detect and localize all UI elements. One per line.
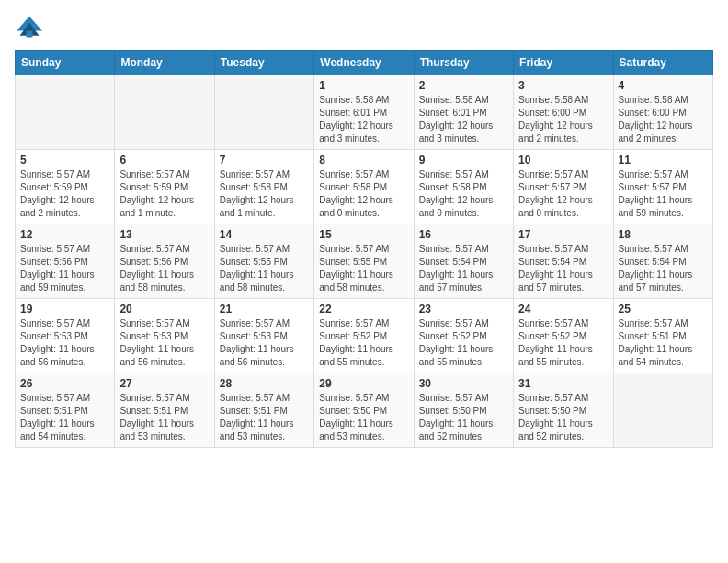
day-info: Sunrise: 5:57 AMSunset: 5:53 PMDaylight:… bbox=[119, 317, 209, 369]
calendar-cell: 17Sunrise: 5:57 AMSunset: 5:54 PMDayligh… bbox=[514, 224, 613, 299]
calendar-cell: 10Sunrise: 5:57 AMSunset: 5:57 PMDayligh… bbox=[514, 150, 613, 224]
calendar-cell: 24Sunrise: 5:57 AMSunset: 5:52 PMDayligh… bbox=[514, 299, 613, 373]
day-info: Sunrise: 5:57 AMSunset: 5:55 PMDaylight:… bbox=[319, 243, 408, 294]
day-number: 25 bbox=[619, 303, 708, 316]
calendar-week-row: 5Sunrise: 5:57 AMSunset: 5:59 PMDaylight… bbox=[16, 150, 713, 224]
day-number: 13 bbox=[119, 228, 209, 241]
calendar-cell: 16Sunrise: 5:57 AMSunset: 5:54 PMDayligh… bbox=[414, 224, 513, 299]
calendar-cell: 25Sunrise: 5:57 AMSunset: 5:51 PMDayligh… bbox=[613, 299, 712, 373]
calendar-cell: 27Sunrise: 5:57 AMSunset: 5:51 PMDayligh… bbox=[115, 373, 214, 448]
day-number: 29 bbox=[319, 377, 408, 390]
calendar-cell: 3Sunrise: 5:58 AMSunset: 6:00 PMDaylight… bbox=[514, 75, 613, 150]
calendar-cell bbox=[613, 373, 712, 448]
day-number: 15 bbox=[319, 228, 408, 241]
calendar-cell: 4Sunrise: 5:58 AMSunset: 6:00 PMDaylight… bbox=[613, 75, 712, 150]
calendar-cell bbox=[16, 75, 115, 150]
day-info: Sunrise: 5:58 AMSunset: 6:00 PMDaylight:… bbox=[518, 94, 608, 145]
day-number: 1 bbox=[319, 79, 408, 92]
calendar-cell bbox=[115, 75, 214, 150]
day-number: 6 bbox=[119, 154, 209, 167]
calendar-cell: 6Sunrise: 5:57 AMSunset: 5:59 PMDaylight… bbox=[115, 150, 214, 224]
calendar-cell: 22Sunrise: 5:57 AMSunset: 5:52 PMDayligh… bbox=[314, 299, 414, 373]
day-info: Sunrise: 5:57 AMSunset: 5:51 PMDaylight:… bbox=[619, 317, 708, 369]
day-number: 9 bbox=[419, 154, 508, 167]
day-number: 7 bbox=[220, 154, 309, 167]
day-number: 8 bbox=[319, 154, 408, 167]
logo bbox=[15, 15, 48, 40]
day-info: Sunrise: 5:57 AMSunset: 5:54 PMDaylight:… bbox=[518, 243, 608, 294]
day-info: Sunrise: 5:57 AMSunset: 5:59 PMDaylight:… bbox=[20, 168, 109, 220]
day-info: Sunrise: 5:58 AMSunset: 6:00 PMDaylight:… bbox=[619, 94, 708, 145]
day-info: Sunrise: 5:57 AMSunset: 5:57 PMDaylight:… bbox=[619, 168, 708, 220]
day-number: 10 bbox=[518, 154, 608, 167]
day-info: Sunrise: 5:58 AMSunset: 6:01 PMDaylight:… bbox=[319, 94, 408, 145]
day-info: Sunrise: 5:57 AMSunset: 5:51 PMDaylight:… bbox=[119, 392, 209, 443]
day-info: Sunrise: 5:57 AMSunset: 5:54 PMDaylight:… bbox=[619, 243, 708, 294]
day-info: Sunrise: 5:57 AMSunset: 5:53 PMDaylight:… bbox=[220, 317, 309, 369]
day-number: 26 bbox=[20, 377, 109, 390]
weekday-header-row: SundayMondayTuesdayWednesdayThursdayFrid… bbox=[16, 51, 713, 75]
calendar-cell: 2Sunrise: 5:58 AMSunset: 6:01 PMDaylight… bbox=[414, 75, 513, 150]
calendar-cell: 31Sunrise: 5:57 AMSunset: 5:50 PMDayligh… bbox=[514, 373, 613, 448]
svg-rect-2 bbox=[27, 31, 33, 38]
day-info: Sunrise: 5:57 AMSunset: 5:52 PMDaylight:… bbox=[419, 317, 508, 369]
calendar-cell: 18Sunrise: 5:57 AMSunset: 5:54 PMDayligh… bbox=[613, 224, 712, 299]
logo-icon bbox=[15, 15, 44, 40]
day-number: 30 bbox=[419, 377, 508, 390]
weekday-header-friday: Friday bbox=[514, 51, 613, 75]
calendar-cell: 7Sunrise: 5:57 AMSunset: 5:58 PMDaylight… bbox=[214, 150, 313, 224]
calendar-cell bbox=[214, 75, 313, 150]
calendar-cell: 23Sunrise: 5:57 AMSunset: 5:52 PMDayligh… bbox=[414, 299, 513, 373]
calendar-week-row: 1Sunrise: 5:58 AMSunset: 6:01 PMDaylight… bbox=[16, 75, 713, 150]
day-number: 22 bbox=[319, 303, 408, 316]
day-info: Sunrise: 5:57 AMSunset: 5:50 PMDaylight:… bbox=[518, 392, 608, 443]
calendar-cell: 28Sunrise: 5:57 AMSunset: 5:51 PMDayligh… bbox=[214, 373, 313, 448]
day-info: Sunrise: 5:57 AMSunset: 5:54 PMDaylight:… bbox=[419, 243, 508, 294]
day-number: 3 bbox=[518, 79, 608, 92]
weekday-header-monday: Monday bbox=[115, 51, 214, 75]
day-info: Sunrise: 5:57 AMSunset: 5:58 PMDaylight:… bbox=[220, 168, 309, 220]
day-info: Sunrise: 5:57 AMSunset: 5:52 PMDaylight:… bbox=[518, 317, 608, 369]
day-number: 4 bbox=[619, 79, 708, 92]
day-info: Sunrise: 5:57 AMSunset: 5:59 PMDaylight:… bbox=[119, 168, 209, 220]
calendar-cell: 11Sunrise: 5:57 AMSunset: 5:57 PMDayligh… bbox=[613, 150, 712, 224]
calendar-week-row: 12Sunrise: 5:57 AMSunset: 5:56 PMDayligh… bbox=[16, 224, 713, 299]
day-info: Sunrise: 5:57 AMSunset: 5:58 PMDaylight:… bbox=[319, 168, 408, 220]
calendar-table: SundayMondayTuesdayWednesdayThursdayFrid… bbox=[15, 50, 713, 448]
day-info: Sunrise: 5:57 AMSunset: 5:50 PMDaylight:… bbox=[419, 392, 508, 443]
weekday-header-sunday: Sunday bbox=[16, 51, 115, 75]
day-number: 23 bbox=[419, 303, 508, 316]
day-info: Sunrise: 5:57 AMSunset: 5:56 PMDaylight:… bbox=[20, 243, 109, 294]
day-number: 17 bbox=[518, 228, 608, 241]
calendar-cell: 30Sunrise: 5:57 AMSunset: 5:50 PMDayligh… bbox=[414, 373, 513, 448]
day-number: 2 bbox=[419, 79, 508, 92]
weekday-header-saturday: Saturday bbox=[613, 51, 712, 75]
calendar-cell: 9Sunrise: 5:57 AMSunset: 5:58 PMDaylight… bbox=[414, 150, 513, 224]
calendar-cell: 12Sunrise: 5:57 AMSunset: 5:56 PMDayligh… bbox=[16, 224, 115, 299]
day-number: 18 bbox=[619, 228, 708, 241]
day-info: Sunrise: 5:57 AMSunset: 5:57 PMDaylight:… bbox=[518, 168, 608, 220]
day-info: Sunrise: 5:57 AMSunset: 5:58 PMDaylight:… bbox=[419, 168, 508, 220]
page-header bbox=[15, 15, 713, 40]
weekday-header-thursday: Thursday bbox=[414, 51, 513, 75]
day-info: Sunrise: 5:57 AMSunset: 5:51 PMDaylight:… bbox=[20, 392, 109, 443]
weekday-header-tuesday: Tuesday bbox=[214, 51, 313, 75]
calendar-cell: 5Sunrise: 5:57 AMSunset: 5:59 PMDaylight… bbox=[16, 150, 115, 224]
calendar-cell: 29Sunrise: 5:57 AMSunset: 5:50 PMDayligh… bbox=[314, 373, 414, 448]
day-info: Sunrise: 5:58 AMSunset: 6:01 PMDaylight:… bbox=[419, 94, 508, 145]
calendar-cell: 1Sunrise: 5:58 AMSunset: 6:01 PMDaylight… bbox=[314, 75, 414, 150]
calendar-week-row: 26Sunrise: 5:57 AMSunset: 5:51 PMDayligh… bbox=[16, 373, 713, 448]
day-number: 21 bbox=[220, 303, 309, 316]
day-number: 14 bbox=[220, 228, 309, 241]
calendar-cell: 20Sunrise: 5:57 AMSunset: 5:53 PMDayligh… bbox=[115, 299, 214, 373]
calendar-cell: 26Sunrise: 5:57 AMSunset: 5:51 PMDayligh… bbox=[16, 373, 115, 448]
calendar-cell: 13Sunrise: 5:57 AMSunset: 5:56 PMDayligh… bbox=[115, 224, 214, 299]
day-info: Sunrise: 5:57 AMSunset: 5:53 PMDaylight:… bbox=[20, 317, 109, 369]
day-number: 11 bbox=[619, 154, 708, 167]
day-info: Sunrise: 5:57 AMSunset: 5:56 PMDaylight:… bbox=[119, 243, 209, 294]
day-info: Sunrise: 5:57 AMSunset: 5:52 PMDaylight:… bbox=[319, 317, 408, 369]
calendar-cell: 15Sunrise: 5:57 AMSunset: 5:55 PMDayligh… bbox=[314, 224, 414, 299]
day-number: 16 bbox=[419, 228, 508, 241]
day-number: 27 bbox=[119, 377, 209, 390]
calendar-cell: 8Sunrise: 5:57 AMSunset: 5:58 PMDaylight… bbox=[314, 150, 414, 224]
